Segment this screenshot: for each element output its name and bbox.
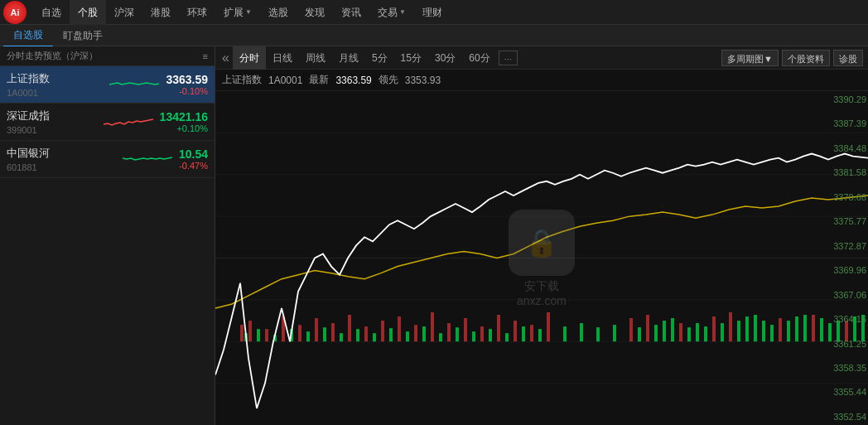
svg-rect-58 [613,325,616,341]
svg-rect-27 [547,312,550,341]
stock-chart-3 [123,147,172,171]
svg-rect-24 [497,315,500,341]
tab-5min[interactable]: 5分 [365,46,394,70]
svg-rect-9 [248,321,252,341]
jiaoyi-dropdown-arrow: ▼ [399,0,406,25]
svg-rect-71 [770,325,774,341]
svg-rect-54 [538,329,542,341]
svg-rect-69 [754,315,757,341]
tab-15min[interactable]: 15分 [394,46,428,70]
subnav-dingpan[interactable]: 盯盘助手 [53,25,113,46]
svg-rect-18 [398,316,401,341]
index-name-label: 上证指数 [222,73,262,87]
svg-rect-52 [505,333,509,341]
svg-rect-79 [861,315,865,341]
svg-rect-76 [828,323,832,341]
svg-rect-23 [480,326,484,341]
sub-navigation: 自选股 盯盘助手 [0,25,868,46]
stock-change-3: -0.47% [179,161,208,171]
stock-price-2: 13421.16 [160,110,208,123]
tab-fenshi[interactable]: 分时 [233,46,266,70]
left-panel: 分时走势预览（沪深） ≡ 上证指数 1A0001 3363.59 -0.10% [0,46,215,425]
svg-rect-70 [762,321,765,341]
svg-rect-17 [381,321,384,341]
nav-ganggu[interactable]: 港股 [142,0,179,25]
svg-rect-45 [389,328,393,341]
svg-rect-33 [779,318,782,341]
nav-zixun[interactable]: 资讯 [333,0,369,25]
svg-rect-57 [596,327,600,341]
stock-values-2: 13421.16 +0.10% [160,110,208,133]
app-logo: Ai [3,1,27,24]
svg-rect-78 [853,316,856,341]
svg-rect-55 [563,326,567,341]
svg-rect-13 [315,318,318,341]
subnav-zixuangu[interactable]: 自选股 [3,24,53,47]
svg-rect-51 [489,329,492,341]
svg-rect-75 [820,318,823,341]
svg-rect-10 [265,329,268,341]
stock-values-1: 3363.59 -0.10% [166,73,208,96]
tab-rixian[interactable]: 日线 [266,46,299,70]
tab-yuexian[interactable]: 月线 [332,46,365,70]
svg-rect-12 [298,325,301,341]
chart-area: 3390.29 3387.39 3384.48 3381.58 3378.68 … [215,91,868,425]
svg-rect-43 [356,329,359,341]
diagnosis-button[interactable]: 诊股 [833,50,863,66]
stock-price-3: 10.54 [179,147,208,161]
svg-rect-49 [456,327,459,341]
svg-rect-47 [422,326,426,341]
more-tabs-button[interactable]: ··· [499,51,518,65]
collapse-button[interactable]: « [219,46,233,70]
stock-item-1[interactable]: 上证指数 1A0001 3363.59 -0.10% [0,66,215,104]
svg-rect-41 [323,327,326,341]
nav-hushen[interactable]: 沪深 [106,0,142,25]
nav-kuozhan[interactable]: 扩展 ▼ [215,0,260,25]
nav-gegu[interactable]: 个股 [70,0,106,25]
stock-code-1: 1A0001 [7,88,103,98]
index-code: 1A0001 [268,75,302,86]
svg-rect-77 [837,321,840,341]
tab-30min[interactable]: 30分 [428,46,462,70]
svg-rect-16 [364,326,368,341]
stock-name-2: 深证成指 [7,109,97,123]
nav-faxian[interactable]: 发现 [297,0,333,25]
svg-rect-74 [803,315,807,341]
nav-licai[interactable]: 理财 [414,0,451,25]
svg-rect-26 [530,325,533,341]
nav-jiaoyi[interactable]: 交易 ▼ [369,0,414,25]
left-panel-menu-icon[interactable]: ≡ [203,51,208,61]
lead-value: 3353.93 [405,75,441,86]
svg-rect-34 [812,315,815,341]
right-panel: « 分时 日线 周线 月线 5分 15分 30分 60分 ··· 多周期图▼ 个… [215,46,868,425]
latest-label: 最新 [309,73,329,87]
multi-cycle-button[interactable]: 多周期图▼ [721,50,779,66]
stock-item-3[interactable]: 中国银河 601881 10.54 -0.47% [0,141,215,178]
svg-rect-35 [845,321,848,341]
nav-zixuan[interactable]: 自选 [33,0,70,25]
stock-code-3: 601881 [7,162,116,172]
svg-rect-25 [514,321,517,341]
left-panel-header: 分时走势预览（沪深） ≡ [0,46,215,66]
svg-rect-48 [439,333,442,341]
lead-label: 领先 [379,73,398,87]
top-navigation: Ai 自选 个股 沪深 港股 环球 扩展 ▼ 选股 发现 资讯 交易 ▼ 理财 [0,0,868,25]
svg-rect-37 [257,329,260,341]
svg-rect-14 [331,323,335,341]
stock-item-2[interactable]: 深证成指 399001 13421.16 +0.10% [0,104,215,141]
svg-rect-60 [654,325,658,341]
svg-rect-19 [414,325,417,341]
main-layout: 分时走势预览（沪深） ≡ 上证指数 1A0001 3363.59 -0.10% [0,46,868,425]
tab-zhouxian[interactable]: 周线 [299,46,332,70]
tab-60min[interactable]: 60分 [462,46,496,70]
stock-change-1: -0.10% [166,86,208,96]
svg-rect-46 [406,331,409,341]
svg-rect-30 [679,323,682,341]
stock-data-button[interactable]: 个股资料 [782,50,830,66]
svg-rect-53 [522,326,525,341]
stock-info-3: 中国银河 601881 [7,146,116,172]
svg-rect-20 [431,312,434,341]
nav-xuangu[interactable]: 选股 [260,0,297,25]
nav-huanqiu[interactable]: 环球 [179,0,215,25]
svg-rect-31 [712,316,716,341]
